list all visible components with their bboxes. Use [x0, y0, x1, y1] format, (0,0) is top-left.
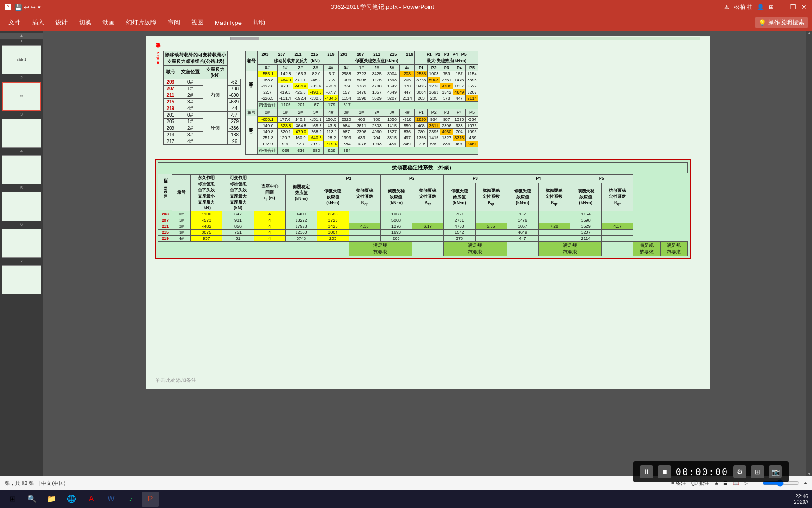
taskbar-edge[interactable]: 🌐	[63, 492, 80, 507]
minimize-button[interactable]: —	[778, 4, 785, 10]
menu-view[interactable]: 视图	[187, 16, 208, 29]
ir1-p2: 1003	[428, 71, 440, 77]
canvas-area[interactable]: ▲ ▼ midas 节点号	[43, 31, 812, 476]
slide-thumb-3[interactable]	[2, 119, 41, 148]
title-bar: 🅿 💾 ↩ ↪ ▾ 3362-2018学习笔记.pptx - PowerPoin…	[0, 0, 812, 15]
bt-p2-instab-205: 205	[380, 235, 412, 241]
menu-design[interactable]: 设计	[51, 16, 72, 29]
menu-insert[interactable]: 插入	[27, 16, 49, 29]
axis-3-1: 3#	[308, 64, 324, 71]
taskbar-powerpoint[interactable]: P	[142, 492, 159, 507]
taskbar-word[interactable]: W	[102, 492, 119, 507]
bt-p3-coef-4	[475, 229, 507, 235]
user-avatar[interactable]: 👤	[757, 4, 764, 10]
slide-panel[interactable]: ▲ 1 slide 1 2 ≡≡ 3 4 5 6 7	[0, 31, 43, 476]
force-219-4: -44	[228, 105, 241, 111]
col-bearing-force: 支座反力(kN)	[203, 65, 227, 79]
menu-slideshow[interactable]: 幻灯片故障	[121, 16, 161, 29]
pier-219: 219	[164, 105, 178, 111]
menu-animations[interactable]: 动画	[98, 16, 119, 29]
zoom-in[interactable]: +	[804, 480, 807, 486]
bt-var-647: 647	[222, 211, 254, 217]
or2-7: 2803	[369, 122, 384, 128]
or3-3: -268.9	[308, 128, 324, 135]
timer-stop-button[interactable]: ⏹	[658, 465, 671, 478]
bt-p2-coef-4	[412, 229, 444, 235]
slide-thumb-6[interactable]	[2, 229, 41, 258]
taskbar-file-explorer[interactable]: 📁	[43, 492, 60, 507]
or5-p2: 559	[428, 141, 440, 147]
taskbar-adobe[interactable]: A	[83, 492, 100, 507]
col-bearing-pos: 支座位置	[178, 65, 203, 79]
slide-thumb-1[interactable]: slide 1	[2, 45, 41, 74]
outer-sum-0: -965	[278, 147, 293, 154]
close-button[interactable]: ✕	[801, 4, 807, 10]
ir2-6: 5008	[354, 77, 369, 83]
slide-thumb-7[interactable]	[2, 265, 41, 294]
menu-help[interactable]: 帮助	[248, 16, 270, 29]
bt-footer-spacer4	[601, 241, 633, 256]
axis-0-2: 0#	[339, 64, 354, 71]
menu-file[interactable]: 文件	[4, 16, 25, 29]
inner-sum-4: -617	[339, 101, 354, 109]
bt-var-931: 931	[222, 217, 254, 223]
or2-p5: 1076	[466, 122, 478, 128]
scroll-up[interactable]: ▲	[0, 33, 43, 39]
pier-col-header: 墩号	[172, 174, 191, 211]
or2-5: 984	[339, 122, 354, 128]
outer-sum-3: -929	[323, 147, 339, 154]
ir1-7: 3425	[369, 71, 384, 77]
search-label: 操作说明搜索	[768, 18, 804, 27]
ir5-2: -192.4	[293, 95, 308, 101]
timer-display: 00:00:00	[676, 466, 728, 477]
timer-settings-button[interactable]: ⚙	[733, 465, 746, 478]
axis-3h: 3#	[308, 109, 324, 116]
timer-expand-button[interactable]: ⊞	[751, 465, 764, 478]
or1-p2: 984	[428, 116, 440, 122]
bt-perm-3075: 3075	[191, 229, 222, 235]
or5-p3: 836	[440, 141, 453, 147]
outer-sum-2: -680	[308, 147, 324, 154]
restore-button[interactable]: ❐	[789, 4, 796, 10]
slide-number-1: 1	[0, 39, 43, 43]
start-button[interactable]: ⊞	[4, 492, 21, 507]
taskbar-kugou[interactable]: ♪	[122, 492, 139, 507]
bt-p1-instab-3723: 3723	[317, 217, 349, 223]
axis2-3h: 3#	[384, 109, 399, 116]
timer-pause-button[interactable]: ⏸	[640, 465, 653, 478]
slide-thumb-5[interactable]	[2, 192, 41, 221]
bt-p1-instab-203: 203	[317, 235, 349, 241]
bt-p1-instab-2588: 2588	[317, 211, 349, 217]
timer-camera-button[interactable]: 📷	[769, 465, 782, 478]
bearing-0h-2: 0#	[178, 111, 203, 118]
pier-205: 205	[164, 118, 178, 125]
search-box[interactable]: 💡 操作说明搜索	[755, 17, 808, 28]
view-icon[interactable]: ⊞	[769, 4, 773, 10]
taskbar-search[interactable]: 🔍	[23, 492, 40, 507]
bt-dist-4-3: 4	[254, 223, 285, 229]
bt-p4-coef-1	[539, 211, 570, 217]
bearing-2h-2: 2#	[178, 125, 203, 131]
menu-mathtype[interactable]: MathType	[210, 17, 246, 28]
instability-col-header: 203 207 211 215 219	[339, 51, 415, 57]
bt-p4-instab-447: 447	[507, 235, 538, 241]
or3-p4: 704	[453, 128, 466, 135]
or1-p4: 1393	[453, 116, 466, 122]
vertical-scrollbar[interactable]: ▲ ▼	[806, 31, 812, 476]
or1-p3: 987	[440, 116, 453, 122]
or2-6: 3611	[354, 122, 369, 128]
pier-201: 201	[164, 111, 178, 118]
slide-thumb-2[interactable]: ≡≡	[2, 82, 41, 111]
ir4-5: 157	[339, 89, 354, 95]
ir1-p4: 157	[453, 71, 466, 77]
ir3-p2: 1276	[428, 83, 440, 89]
ir4-4: -67.7	[323, 89, 339, 95]
bearing-3h-1: 3#	[178, 98, 203, 105]
app-icon: 🅿	[5, 4, 11, 11]
menu-transitions[interactable]: 切换	[74, 16, 96, 29]
menu-review[interactable]: 审阅	[163, 16, 185, 29]
slide-note[interactable]: 单击此处添加备注	[155, 377, 196, 384]
or2-4: -43.8	[323, 122, 339, 128]
slide-thumb-4[interactable]	[2, 155, 41, 184]
axis2-1h: 1#	[354, 109, 369, 116]
